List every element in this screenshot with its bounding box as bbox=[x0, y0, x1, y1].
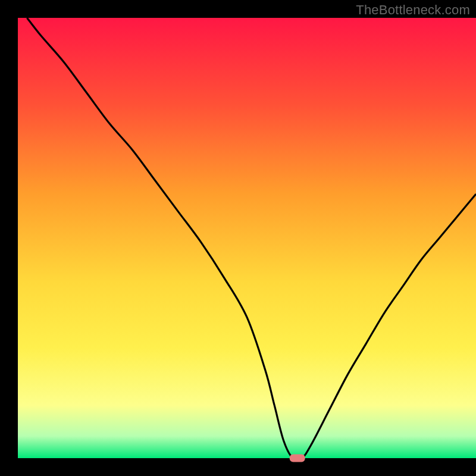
optimal-marker bbox=[290, 455, 305, 462]
bottleneck-chart: TheBottleneck.com bbox=[0, 0, 476, 476]
chart-svg bbox=[0, 0, 476, 476]
plot-background bbox=[18, 18, 476, 458]
watermark-text: TheBottleneck.com bbox=[356, 2, 470, 18]
